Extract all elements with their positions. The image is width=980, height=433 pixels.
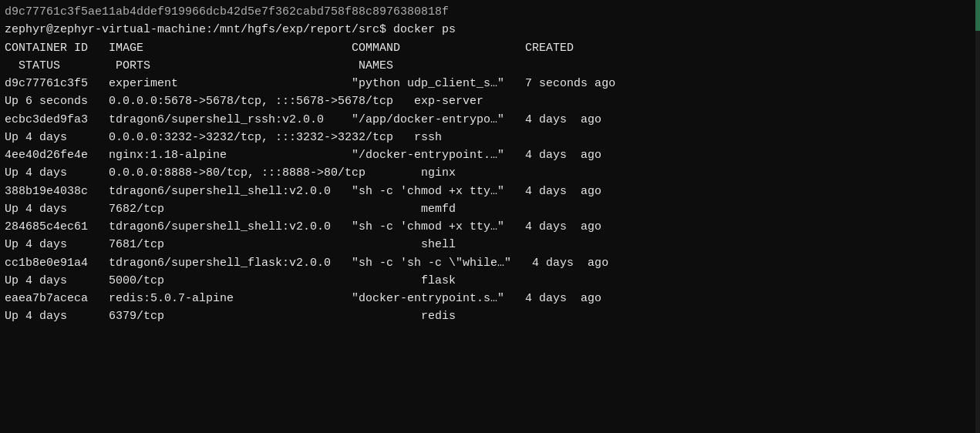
- terminal-line-11: Up 4 days 7682/tcp memfd: [5, 200, 975, 218]
- terminal-line-4: d9c77761c3f5 experiment "python udp_clie…: [5, 75, 975, 92]
- terminal-line-12: 284685c4ec61 tdragon6/supershell_shell:v…: [5, 218, 975, 236]
- terminal-line-15: Up 4 days 5000/tcp flask: [5, 272, 975, 290]
- terminal-line-17: Up 4 days 6379/tcp redis: [5, 307, 975, 325]
- scrollbar-thumb[interactable]: [975, 0, 980, 31]
- terminal-line-6: ecbc3ded9fa3 tdragon6/supershell_rssh:v2…: [5, 111, 975, 129]
- terminal-line-2: CONTAINER ID IMAGE COMMAND CREATED: [5, 39, 975, 57]
- terminal-line-14: cc1b8e0e91a4 tdragon6/supershell_flask:v…: [5, 254, 975, 272]
- terminal-line-9: Up 4 days 0.0.0.0:8888->80/tcp, :::8888-…: [5, 164, 975, 182]
- terminal-line-3: STATUS PORTS NAMES: [5, 57, 975, 75]
- terminal-line-8: 4ee40d26fe4e nginx:1.18-alpine "/docker-…: [5, 146, 975, 164]
- scrollbar[interactable]: [975, 0, 980, 433]
- terminal-line-5: Up 6 seconds 0.0.0.0:5678->5678/tcp, :::…: [5, 92, 975, 110]
- terminal-line-10: 388b19e4038c tdragon6/supershell_shell:v…: [5, 183, 975, 200]
- terminal-line-1: zephyr@zephyr-virtual-machine:/mnt/hgfs/…: [5, 21, 975, 39]
- terminal-line-13: Up 4 days 7681/tcp shell: [5, 236, 975, 253]
- terminal-window: d9c77761c3f5ae11ab4ddef919966dcb42d5e7f3…: [0, 0, 980, 433]
- terminal-line-0: d9c77761c3f5ae11ab4ddef919966dcb42d5e7f3…: [5, 3, 975, 21]
- terminal-line-16: eaea7b7aceca redis:5.0.7-alpine "docker-…: [5, 290, 975, 307]
- terminal-line-7: Up 4 days 0.0.0.0:3232->3232/tcp, :::323…: [5, 129, 975, 146]
